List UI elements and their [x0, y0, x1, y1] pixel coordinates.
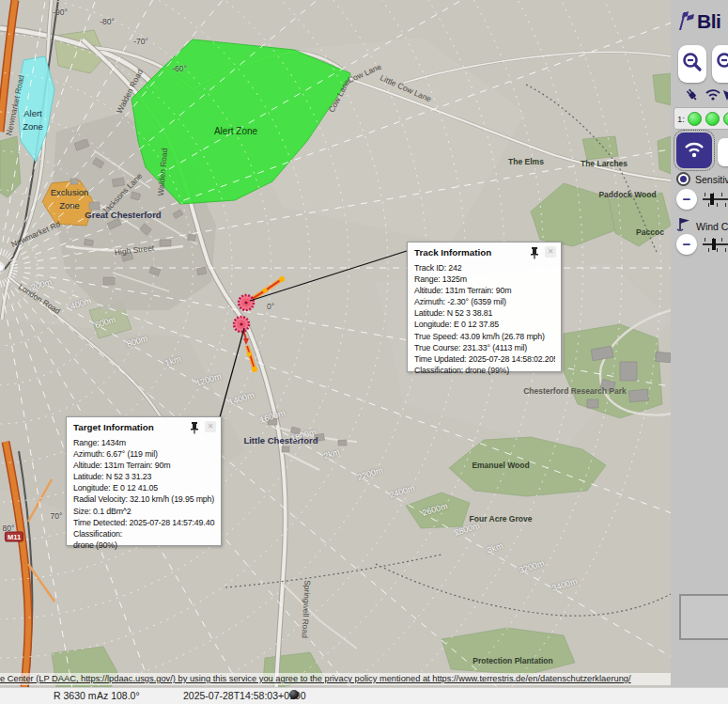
sidebar-panel-box — [679, 594, 728, 640]
status-icon-row — [671, 86, 728, 105]
target-symbol[interactable] — [234, 317, 249, 332]
sensitivity-radio[interactable] — [676, 172, 690, 186]
magnifier-icon — [716, 52, 728, 77]
wind-option: Wind Cor — [676, 217, 728, 235]
pin-icon[interactable] — [189, 421, 200, 434]
sensitivity-label: Sensitivity — [695, 174, 728, 185]
target-row: Time Detected: 2025-07-28 14:57:49.403 — [73, 517, 215, 528]
brand-flag-icon — [676, 8, 695, 35]
brand-logo: Bli — [676, 8, 720, 35]
target-row: Range: 1434m — [73, 437, 215, 448]
link-status-leds: 1: — [674, 107, 728, 130]
led-row-label: 1: — [677, 114, 685, 124]
sensitivity-slider-thumb[interactable] — [710, 194, 714, 205]
track-row: True Course: 231.33° (4113 mil) — [414, 342, 555, 353]
cursor-azimuth-readout: Az 108.0° — [97, 690, 140, 701]
track-row: True Speed: 43.09 km/h (26.78 mph) — [414, 331, 555, 342]
track-row: Time Updated: 2025-07-28 14:58:02.205 — [414, 353, 555, 365]
target-row: Classification: — [73, 528, 215, 540]
map-canvas[interactable]: Newmarket RoadNewmarket RdWalden RoadWal… — [0, 0, 671, 687]
status-bar: R 3630 m Az 108.0° 2025-07-28T14:58:03+0… — [0, 687, 728, 704]
target-info-popup: Target Information ✕ Range: 1434m Azimut… — [66, 416, 222, 546]
sensitivity-decrease-button[interactable]: − — [676, 189, 697, 210]
track-row: Latitude: N 52 3 38.81 — [414, 307, 555, 319]
app-window: Newmarket RoadNewmarket RdWalden RoadWal… — [0, 0, 728, 704]
status-led — [723, 112, 728, 126]
zoom-out-button[interactable] — [678, 45, 706, 83]
track-symbol-242[interactable] — [239, 295, 254, 310]
wind-slider-thumb[interactable] — [712, 239, 716, 250]
radar-transmit-button[interactable] — [676, 133, 712, 168]
target-row: Longitude: E 0 12 41.05 — [73, 482, 215, 493]
target-row: Size: 0.1 dBm^2 — [73, 506, 215, 517]
close-icon[interactable]: ✕ — [205, 421, 216, 432]
target-row: Altitude: 131m Terrain: 90m — [73, 460, 215, 471]
wind-label: Wind Cor — [696, 221, 728, 232]
wifi-status-icon — [705, 86, 721, 105]
map-graphics — [0, 0, 671, 687]
wind-flag-icon — [676, 217, 691, 235]
track-row: Classification: drone (99%) — [414, 365, 555, 376]
track-row: Azimuth: -2.30° (6359 mil) — [414, 296, 555, 307]
power-plug-icon — [684, 86, 700, 107]
status-led — [705, 112, 720, 126]
brand-name: Bli — [697, 10, 720, 33]
led-lights — [688, 112, 728, 126]
target-row: Radial Velocity: 32.10 km/h (19.95 mph) — [73, 493, 215, 505]
radar-emission-icon — [682, 138, 706, 164]
alert-zone-cyan[interactable] — [17, 56, 54, 162]
sidebar: Bli 1: — [671, 0, 728, 687]
zoom-in-button[interactable] — [712, 45, 728, 83]
map-attribution[interactable]: e Center (LP DAAC, https://lpdaac.usgs.g… — [0, 673, 671, 685]
pin-icon[interactable] — [529, 246, 540, 259]
sensitivity-slider[interactable] — [703, 189, 728, 210]
wind-slider-row: − — [676, 234, 728, 255]
wind-decrease-button[interactable]: − — [676, 234, 697, 255]
track-row: Range: 1325m — [414, 274, 555, 285]
sensitivity-slider-row: − — [676, 189, 728, 210]
target-row: Latitude: N 52 3 31.23 — [73, 471, 215, 482]
wind-slider[interactable] — [703, 234, 728, 255]
clock-timestamp: 2025-07-28T14:58:03+0100 — [183, 690, 306, 701]
secondary-tool-button[interactable] — [718, 138, 728, 166]
track-row: Altitude: 131m Terrain: 90m — [414, 285, 555, 296]
track-row: Longitude: E 0 12 37.85 — [414, 319, 555, 330]
cursor-range-readout: R 3630 m — [54, 690, 97, 701]
cursor-icon — [722, 88, 728, 105]
track-row: Track ID: 242 — [414, 262, 555, 274]
status-indicator-dot — [289, 690, 299, 699]
sensitivity-option: Sensitivity — [676, 172, 728, 186]
track-info-popup: Track Information ✕ Track ID: 242 Range:… — [407, 242, 562, 372]
target-row: Azimuth: 6.67° (119 mil) — [73, 448, 215, 460]
status-led — [688, 112, 702, 126]
target-row: drone (90%) — [73, 540, 215, 551]
magnifier-minus-icon — [682, 52, 703, 77]
close-icon[interactable]: ✕ — [545, 246, 556, 258]
